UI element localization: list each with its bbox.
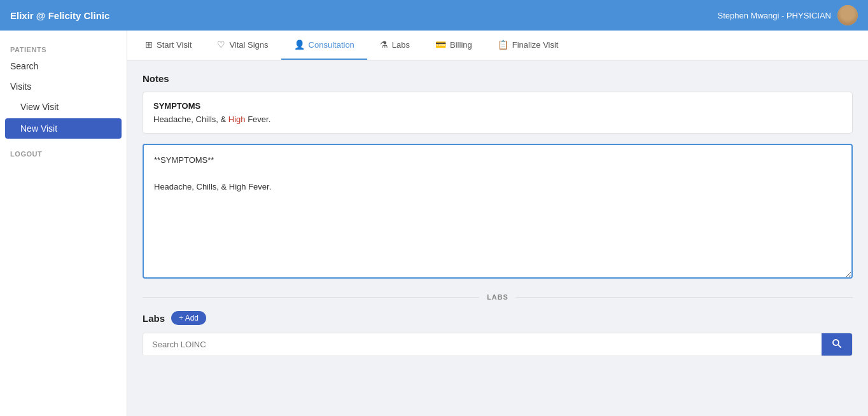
search-loinc-input[interactable]	[143, 333, 822, 356]
search-loinc-button[interactable]	[822, 333, 852, 356]
notes-section-title: Notes	[143, 73, 853, 84]
symptoms-text-after: Fever.	[246, 114, 271, 124]
tab-labs-label: Labs	[392, 40, 410, 50]
tab-consultation[interactable]: 👤 Consultation	[281, 31, 367, 60]
app-title: Elixir @ Felicity Clinic	[10, 10, 109, 21]
patients-section-label: PATIENTS	[0, 41, 127, 56]
sidebar-item-visits[interactable]: Visits	[0, 76, 127, 97]
logout-section-label: LOGOUT	[0, 140, 127, 160]
labs-divider: LABS	[143, 293, 853, 301]
symptoms-text-before: Headache, Chills, &	[153, 114, 228, 124]
main-layout: PATIENTS Search Visits View Visit New Vi…	[0, 31, 868, 416]
tab-start-visit-label: Start Visit	[157, 40, 192, 50]
sidebar-item-search[interactable]: Search	[0, 56, 127, 76]
symptoms-card-text: Headache, Chills, & High Fever.	[153, 114, 842, 124]
user-name: Stephen Mwangi - PHYSICIAN	[718, 11, 831, 20]
app-header: Elixir @ Felicity Clinic Stephen Mwangi …	[0, 0, 868, 31]
notes-textarea[interactable]: **SYMPTOMS** Headache, Chills, & High Fe…	[143, 144, 853, 279]
labs-title: Labs	[143, 313, 165, 324]
tab-vital-signs-label: Vital Signs	[229, 40, 268, 50]
main-content: ⊞ Start Visit ♡ Vital Signs 👤 Consultati…	[127, 31, 868, 416]
tab-start-visit[interactable]: ⊞ Start Visit	[132, 31, 204, 60]
avatar	[837, 5, 858, 25]
symptoms-text-highlight: High	[228, 114, 246, 124]
billing-icon: 💳	[435, 39, 446, 50]
sidebar-item-view-visit[interactable]: View Visit	[0, 97, 127, 117]
tab-finalize-visit[interactable]: 📋 Finalize Visit	[485, 31, 571, 60]
start-visit-icon: ⊞	[145, 39, 153, 50]
user-info: Stephen Mwangi - PHYSICIAN	[718, 5, 858, 25]
tab-labs[interactable]: ⚗ Labs	[367, 31, 423, 60]
sidebar: PATIENTS Search Visits View Visit New Vi…	[0, 31, 127, 416]
add-lab-button[interactable]: + Add	[171, 311, 206, 325]
labs-icon: ⚗	[380, 39, 388, 50]
page-content: Notes SYMPTOMS Headache, Chills, & High …	[127, 60, 868, 369]
labs-header: Labs + Add	[143, 311, 853, 325]
consultation-icon: 👤	[294, 39, 305, 50]
tab-billing[interactable]: 💳 Billing	[423, 31, 485, 60]
avatar-image	[837, 5, 858, 25]
symptoms-card-title: SYMPTOMS	[153, 101, 842, 111]
tab-finalize-visit-label: Finalize Visit	[512, 40, 559, 50]
tab-vital-signs[interactable]: ♡ Vital Signs	[204, 31, 281, 60]
finalize-icon: 📋	[498, 39, 508, 50]
sidebar-item-new-visit[interactable]: New Visit	[5, 118, 122, 139]
search-icon	[832, 338, 842, 351]
symptoms-card: SYMPTOMS Headache, Chills, & High Fever.	[143, 92, 853, 134]
svg-line-1	[838, 344, 841, 347]
tabs-bar: ⊞ Start Visit ♡ Vital Signs 👤 Consultati…	[127, 31, 868, 60]
vital-signs-icon: ♡	[217, 39, 225, 50]
tab-consultation-label: Consultation	[309, 40, 354, 50]
add-lab-button-label: + Add	[179, 314, 199, 322]
tab-billing-label: Billing	[450, 40, 472, 50]
search-loinc-wrapper	[143, 333, 853, 356]
labs-divider-label: LABS	[487, 293, 508, 301]
